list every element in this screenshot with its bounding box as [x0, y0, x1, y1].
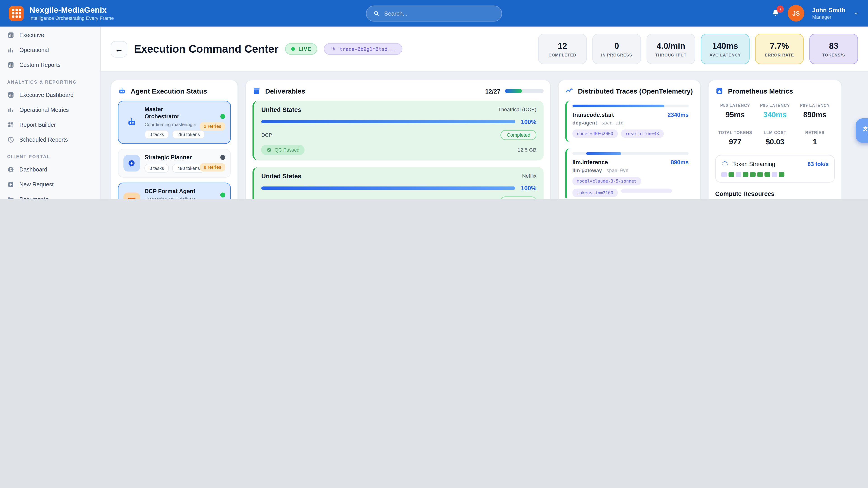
- panel-title: Agent Execution Status: [131, 87, 207, 95]
- archive-box-icon: [252, 87, 261, 95]
- sidebar-item-label: Dashboard: [20, 166, 47, 173]
- status-badge: Completed: [501, 196, 536, 199]
- trace-tag-clipped: [621, 189, 672, 193]
- live-dot-icon: [291, 47, 295, 51]
- sidebar-item-label: Report Builder: [20, 122, 56, 128]
- retries-badge: 1 retries: [200, 122, 225, 131]
- top-bar: Nexgile-MediaGenix Intelligence Orchestr…: [0, 0, 868, 27]
- panel-title: Deliverables: [265, 87, 305, 95]
- sidebar: Executive Operational Custom Reports ANA…: [0, 27, 101, 199]
- user-name: John Smith: [812, 6, 845, 13]
- back-button[interactable]: ←: [111, 41, 127, 57]
- avatar[interactable]: JS: [788, 5, 804, 22]
- search-input[interactable]: Search...: [366, 5, 502, 21]
- sidebar-item-label: Scheduled Reports: [20, 137, 68, 143]
- sidebar-item-label: Custom Reports: [20, 62, 61, 68]
- status-dot: [220, 155, 225, 160]
- brand: Nexgile-MediaGenix Intelligence Orchestr…: [9, 5, 114, 21]
- trace-tag: tokens.in=2100: [572, 189, 618, 197]
- trace-item: transcode.start2340ms dcp-agentspan-ciq …: [565, 101, 693, 142]
- metric-p99: P99 LATENCY890ms: [795, 103, 835, 119]
- agent-execution-status-panel: Agent Execution Status Master Orchestrat…: [111, 80, 238, 199]
- sidebar-item-label: Executive Dashboard: [20, 92, 74, 98]
- robot-icon: [123, 114, 140, 130]
- user-role: Manager: [812, 14, 845, 20]
- sidebar-section-analytics: ANALYTICS & REPORTING: [0, 72, 100, 88]
- fingerprint-icon: [330, 46, 336, 52]
- tasks-pill: 0 tasks: [145, 130, 169, 139]
- agent-card-dcp-format[interactable]: DCP Format Agent Processing DCP delivera…: [118, 183, 231, 199]
- sidebar-item-label: New Request: [20, 182, 54, 188]
- status-dot: [220, 192, 225, 197]
- page-title: Execution Command Center: [134, 43, 279, 55]
- translate-icon: [862, 125, 868, 137]
- sidebar-item-label: Executive: [20, 32, 44, 38]
- sidebar-item-dashboard[interactable]: Dashboard: [0, 162, 100, 177]
- search-placeholder: Search...: [384, 10, 408, 17]
- sidebar-item-executive[interactable]: Executive: [0, 28, 100, 42]
- metric-p95: P95 LATENCY340ms: [755, 103, 795, 119]
- app-tagline: Intelligence Orchestrating Every Frame: [29, 15, 114, 21]
- sidebar-item-custom-reports[interactable]: Custom Reports: [0, 58, 100, 72]
- sidebar-item-label: Operational: [20, 47, 49, 53]
- notification-count-badge: 7: [777, 5, 784, 13]
- sidebar-item-documents[interactable]: Documents: [0, 192, 100, 199]
- app-title: Nexgile-MediaGenix: [29, 5, 114, 14]
- deliverables-progress-bar: [505, 89, 544, 93]
- user-menu[interactable]: John Smith Manager: [812, 6, 845, 20]
- deliverables-panel: Deliverables 12/27 United StatesTheatric…: [245, 80, 551, 199]
- trace-tag: resolution=4K: [621, 129, 664, 138]
- page-header: ← Execution Command Center LIVE trace-6b…: [101, 27, 868, 72]
- token-streaming-widget: Token Streaming 83 tok/s: [715, 155, 835, 183]
- sidebar-item-operational-metrics[interactable]: Operational Metrics: [0, 102, 100, 117]
- agent-card-strategic-planner[interactable]: Strategic Planner 0 tasks 480 tokens 0 r…: [118, 149, 231, 177]
- film-icon: [123, 192, 140, 199]
- agent-card-master-orchestrator[interactable]: Master Orchestrator Coordinating masteri…: [118, 101, 231, 144]
- chart-line-icon: [565, 87, 574, 95]
- stat-avg-latency: 140msAVG LATENCY: [701, 34, 749, 64]
- stats-row: 12COMPLETED 0IN PROGRESS 4.0/minTHROUGHP…: [538, 34, 858, 64]
- translate-widget-button[interactable]: [856, 119, 868, 143]
- app-logo-icon: [9, 6, 24, 21]
- trace-id-badge[interactable]: trace-6b9g1m6tsd...: [324, 43, 403, 55]
- sidebar-item-report-builder[interactable]: Report Builder: [0, 117, 100, 132]
- sidebar-item-operational[interactable]: Operational: [0, 43, 100, 58]
- retries-badge: 0 retries: [200, 163, 225, 171]
- metric-llm-cost: LLM COST$0.03: [755, 130, 795, 146]
- status-dot: [220, 114, 225, 119]
- strategy-head-icon: [123, 155, 140, 171]
- app-window: Nexgile-MediaGenix Intelligence Orchestr…: [0, 0, 868, 199]
- sidebar-section-client-portal: CLIENT PORTAL: [0, 147, 100, 162]
- sidebar-item-label: Operational Metrics: [20, 107, 69, 113]
- status-badge: Completed: [501, 130, 536, 140]
- stat-error-rate: 7.7%ERROR RATE: [755, 34, 804, 64]
- metric-retries: RETRIES1: [795, 130, 835, 146]
- notifications-button[interactable]: 7: [771, 9, 780, 18]
- sidebar-item-new-request[interactable]: New Request: [0, 177, 100, 192]
- sidebar-item-executive-dashboard[interactable]: Executive Dashboard: [0, 88, 100, 102]
- trace-tag: codec=JPEG2000: [572, 129, 618, 138]
- tasks-pill: 0 tasks: [145, 164, 169, 173]
- chevron-down-icon[interactable]: [853, 10, 859, 16]
- bar-chart-icon: [715, 87, 723, 95]
- trace-id-label: trace-6b9g1m6tsd...: [340, 46, 397, 52]
- metric-p50: P50 LATENCY95ms: [715, 103, 755, 119]
- token-stream-squares: [721, 172, 829, 177]
- sidebar-item-scheduled-reports[interactable]: Scheduled Reports: [0, 132, 100, 147]
- deliverable-card: United StatesTheatrical (DCP) 100% DCPCo…: [252, 101, 544, 160]
- back-arrow-icon: ←: [115, 44, 123, 54]
- live-status-badge: LIVE: [285, 43, 317, 55]
- distributed-traces-panel: Distributed Traces (OpenTelemetry) trans…: [558, 80, 701, 199]
- metric-total-tokens: TOTAL TOKENS977: [715, 130, 755, 146]
- prometheus-metrics-panel: Prometheus Metrics P50 LATENCY95ms P95 L…: [708, 80, 842, 199]
- stat-in-progress: 0IN PROGRESS: [592, 34, 641, 64]
- stat-throughput: 4.0/minTHROUGHPUT: [647, 34, 695, 64]
- sidebar-item-label: Documents: [20, 196, 49, 199]
- token-rate: 83 tok/s: [807, 161, 829, 167]
- trace-tag: model=claude-3-5-sonnet: [572, 177, 641, 186]
- stat-tokens-per-s: 83TOKENS/S: [809, 34, 858, 64]
- spinner-icon: [721, 160, 728, 168]
- panel-title: Distributed Traces (OpenTelemetry): [578, 87, 693, 95]
- qc-passed-badge: QC Passed: [261, 145, 305, 155]
- trace-item: llm.inference890ms llm-gatewayspan-0yn m…: [565, 148, 693, 198]
